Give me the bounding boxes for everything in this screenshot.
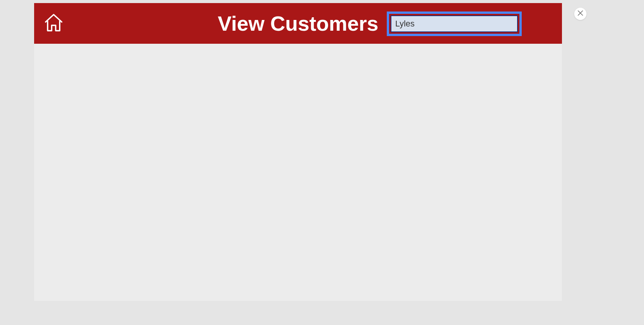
close-button[interactable] [574,8,586,20]
home-button[interactable] [42,12,66,35]
search-input[interactable] [391,15,518,32]
header-bar: View Customers [34,3,562,44]
search-highlight-inner [389,14,519,34]
search-highlight-outer [387,12,522,36]
close-icon [578,10,583,17]
home-icon [43,12,65,35]
app-container: View Customers [34,3,562,301]
content-area [34,44,562,301]
